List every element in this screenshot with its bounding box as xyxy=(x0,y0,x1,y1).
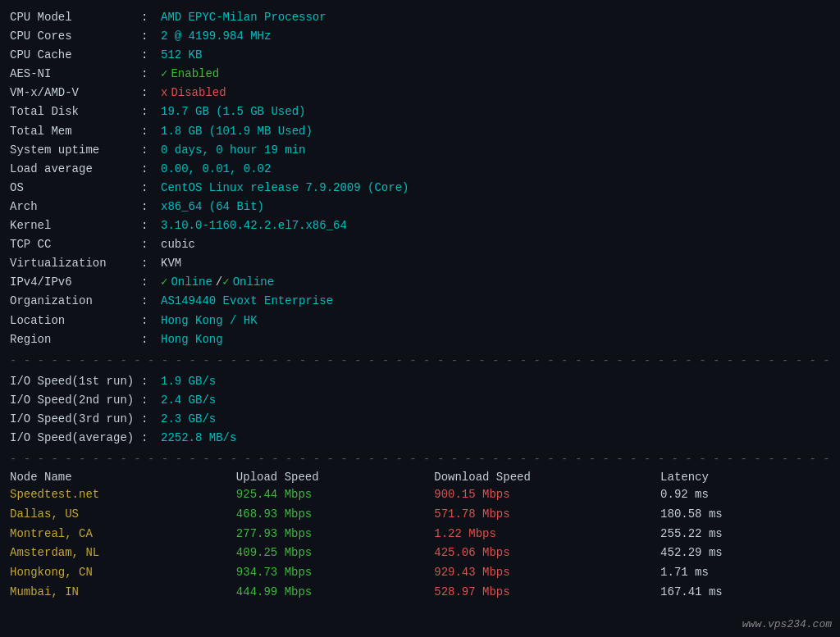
total-disk-value: 19.7 GB (1.5 GB Used) xyxy=(161,102,305,121)
io-run1-colon: : xyxy=(141,372,161,391)
io-avg-colon: : xyxy=(141,429,161,448)
vmamd-label: VM-x/AMD-V xyxy=(10,84,141,102)
io-run2-label: I/O Speed(2nd run) xyxy=(10,391,141,410)
net-node: Speedtest.net xyxy=(10,485,236,505)
ipv46-colon: : xyxy=(141,273,161,292)
io-run1-label: I/O Speed(1st run) xyxy=(10,372,141,391)
header-upload: Upload Speed xyxy=(236,471,434,485)
io-section: I/O Speed(1st run) : 1.9 GB/s I/O Speed(… xyxy=(10,372,830,448)
net-latency: 180.58 ms xyxy=(660,505,830,525)
vmamd-value: Disabled xyxy=(171,84,226,102)
net-node: Amsterdam, NL xyxy=(10,544,236,563)
tcp-cc-colon: : xyxy=(141,235,161,254)
location-row: Location : Hong Kong / HK xyxy=(10,312,830,330)
net-node: Hongkong, CN xyxy=(10,563,236,583)
load-row: Load average : 0.00, 0.01, 0.02 xyxy=(10,160,830,179)
cpu-cache-row: CPU Cache : 512 KB xyxy=(10,46,830,65)
divider-1: - - - - - - - - - - - - - - - - - - - - … xyxy=(10,354,830,367)
kernel-row: Kernel : 3.10.0-1160.42.2.el7.x86_64 xyxy=(10,216,830,235)
network-section: Node Name Upload Speed Download Speed La… xyxy=(10,471,830,603)
io-run2-colon: : xyxy=(141,391,161,410)
cpu-model-row: CPU Model : AMD EPYC-Milan Processor xyxy=(10,8,830,27)
net-node: Montreal, CA xyxy=(10,525,236,544)
net-latency: 167.41 ms xyxy=(660,583,830,603)
aes-ni-value: Enabled xyxy=(171,65,219,84)
net-latency: 452.29 ms xyxy=(660,544,830,563)
ipv6-text: Online xyxy=(233,273,274,292)
cpu-cache-colon: : xyxy=(141,46,161,65)
io-run3-row: I/O Speed(3rd run) : 2.3 GB/s xyxy=(10,410,830,429)
network-header-row: Node Name Upload Speed Download Speed La… xyxy=(10,471,830,485)
ipv4-check: ✓ xyxy=(161,273,167,292)
net-download: 1.22 Mbps xyxy=(434,525,660,544)
network-data-row: Hongkong, CN 934.73 Mbps 929.43 Mbps 1.7… xyxy=(10,563,830,583)
ipv46-label: IPv4/IPv6 xyxy=(10,273,141,292)
io-run1-value: 1.9 GB/s xyxy=(161,372,216,391)
net-upload: 468.93 Mbps xyxy=(236,505,434,525)
aes-ni-colon: : xyxy=(141,65,161,84)
org-colon: : xyxy=(141,292,161,311)
header-node: Node Name xyxy=(10,471,236,485)
watermark: www.vps234.com xyxy=(742,618,832,630)
aes-ni-check: ✓ xyxy=(161,65,167,84)
io-run3-label: I/O Speed(3rd run) xyxy=(10,410,141,429)
vmamd-x: x xyxy=(161,84,167,102)
io-avg-row: I/O Speed(average) : 2252.8 MB/s xyxy=(10,429,830,448)
network-table: Node Name Upload Speed Download Speed La… xyxy=(10,471,830,603)
org-value: AS149440 Evoxt Enterprise xyxy=(161,292,333,311)
kernel-colon: : xyxy=(141,216,161,235)
ipv46-slash: / xyxy=(216,273,222,292)
os-colon: : xyxy=(141,179,161,198)
system-info: CPU Model : AMD EPYC-Milan Processor CPU… xyxy=(10,8,830,349)
net-upload: 934.73 Mbps xyxy=(236,563,434,583)
vmamd-colon: : xyxy=(141,84,161,102)
location-colon: : xyxy=(141,312,161,330)
network-data-row: Speedtest.net 925.44 Mbps 900.15 Mbps 0.… xyxy=(10,485,830,505)
os-row: OS : CentOS Linux release 7.9.2009 (Core… xyxy=(10,179,830,198)
total-disk-row: Total Disk : 19.7 GB (1.5 GB Used) xyxy=(10,102,830,121)
io-run3-colon: : xyxy=(141,410,161,429)
net-upload: 409.25 Mbps xyxy=(236,544,434,563)
location-value: Hong Kong / HK xyxy=(161,312,258,330)
load-value: 0.00, 0.01, 0.02 xyxy=(161,160,271,179)
uptime-row: System uptime : 0 days, 0 hour 19 min xyxy=(10,141,830,160)
kernel-value: 3.10.0-1160.42.2.el7.x86_64 xyxy=(161,216,347,235)
org-label: Organization xyxy=(10,292,141,311)
org-row: Organization : AS149440 Evoxt Enterprise xyxy=(10,292,830,311)
cpu-cores-label: CPU Cores xyxy=(10,27,141,46)
uptime-colon: : xyxy=(141,141,161,160)
net-latency: 1.71 ms xyxy=(660,563,830,583)
tcp-cc-value: cubic xyxy=(161,235,195,254)
location-label: Location xyxy=(10,312,141,330)
network-data-row: Mumbai, IN 444.99 Mbps 528.97 Mbps 167.4… xyxy=(10,583,830,603)
io-avg-label: I/O Speed(average) xyxy=(10,429,141,448)
region-label: Region xyxy=(10,330,141,349)
total-disk-label: Total Disk xyxy=(10,102,141,121)
vmamd-row: VM-x/AMD-V : x Disabled xyxy=(10,84,830,102)
region-colon: : xyxy=(141,330,161,349)
header-latency: Latency xyxy=(660,471,830,485)
virt-label: Virtualization xyxy=(10,254,141,273)
net-latency: 255.22 ms xyxy=(660,525,830,544)
kernel-label: Kernel xyxy=(10,216,141,235)
virt-row: Virtualization : KVM xyxy=(10,254,830,273)
net-upload: 277.93 Mbps xyxy=(236,525,434,544)
total-mem-row: Total Mem : 1.8 GB (101.9 MB Used) xyxy=(10,122,830,141)
virt-colon: : xyxy=(141,254,161,273)
virt-value: KVM xyxy=(161,254,181,273)
cpu-cache-value: 512 KB xyxy=(161,46,202,65)
io-run2-value: 2.4 GB/s xyxy=(161,391,216,410)
net-latency: 0.92 ms xyxy=(660,485,830,505)
cpu-model-label: CPU Model xyxy=(10,8,141,27)
total-mem-label: Total Mem xyxy=(10,122,141,141)
io-run3-value: 2.3 GB/s xyxy=(161,410,216,429)
io-run2-row: I/O Speed(2nd run) : 2.4 GB/s xyxy=(10,391,830,410)
net-download: 900.15 Mbps xyxy=(434,485,660,505)
os-label: OS xyxy=(10,179,141,198)
network-data-row: Amsterdam, NL 409.25 Mbps 425.06 Mbps 45… xyxy=(10,544,830,563)
net-download: 929.43 Mbps xyxy=(434,563,660,583)
header-download: Download Speed xyxy=(434,471,660,485)
net-download: 425.06 Mbps xyxy=(434,544,660,563)
tcp-cc-label: TCP CC xyxy=(10,235,141,254)
net-upload: 444.99 Mbps xyxy=(236,583,434,603)
